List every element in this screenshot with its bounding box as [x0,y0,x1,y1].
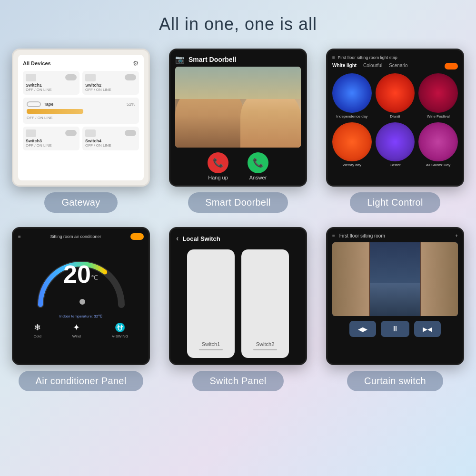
doorbell-camera-feed [175,67,301,148]
curtain-label: Curtain switch [347,371,443,391]
circle-item-4[interactable]: Victory day [332,122,372,168]
ac-label: Air conditioner Panel [19,371,144,391]
curtain-right-panel [420,242,458,316]
light-tabs: White light Colourful Scenario [332,63,458,69]
gear-icon: ⚙ [133,60,139,67]
wind-label: Wind [72,334,81,338]
doorbell-screen: 📷 Smart Doorbell 📞 Hang up 📞 [169,49,307,187]
switch-1-label: Switch1 [202,341,220,347]
circle-easter[interactable] [376,122,415,162]
switch-buttons: Switch1 Switch2 [176,249,300,358]
menu-icon-curtain: ≡ [332,233,335,238]
switch-title: Local Switch [182,235,220,242]
hangup-button[interactable]: 📞 [208,152,228,173]
ac-cold-btn[interactable]: ❄ Cold [33,322,41,338]
vswing-icon: ⛎ [115,322,125,333]
snowflake-icon: ❄ [34,322,41,333]
tape-icon [27,101,41,107]
switch-1-line [199,349,223,350]
ac-vswing-btn[interactable]: ⛎ V-SWING [112,322,129,338]
ac-controls: ❄ Cold ✦ Wind ⛎ V-SWING [18,322,144,338]
answer-label: Answer [248,175,268,180]
curtain-open-btn[interactable]: ◀▶ [349,321,376,337]
tab-scenario[interactable]: Scenario [389,63,407,69]
doorbell-label: Smart Doorbell [188,192,288,213]
product-grid: All Devices ⚙ Switch1 OFF / ON LINE Swit… [0,49,476,391]
circle-item-6[interactable]: All Saints' Day [418,122,458,168]
menu-icon: ≡ [332,55,335,60]
hangup-label: Hang up [208,175,228,180]
circle-item-1[interactable]: Independence day [332,73,372,119]
ac-gauge: 20℃ [18,243,144,319]
switch-2-label: Switch2 [256,341,275,347]
switch-header: ‹ Local Switch [176,234,300,243]
gw-device-4: Switch4 OFF / ON LINE [82,127,139,150]
gateway-title: All Devices [23,60,51,66]
curtain-left-panel [332,242,370,316]
curtain-pause-btn[interactable]: ⏸ [381,321,409,337]
curtain-controls: ◀▶ ⏸ ▶◀ [332,321,458,337]
answer-button[interactable]: 📞 [248,152,268,173]
light-title: First floor sitting room light strip [338,55,397,60]
hangup-button-area[interactable]: 📞 Hang up [208,152,228,180]
light-header: ≡ First floor sitting room light strip [332,55,458,60]
background-scene [175,67,301,99]
answer-button-area[interactable]: 📞 Answer [248,152,268,180]
circle-wine-festival[interactable] [418,73,458,113]
gateway-label: Gateway [44,192,117,213]
switch-1-button[interactable]: Switch1 [187,249,235,358]
ac-power-toggle[interactable] [130,233,144,240]
light-circles-grid: Independence day Diwali Wine Festival Vi… [332,73,458,167]
circle-independence-day[interactable] [332,73,372,113]
wind-icon: ✦ [73,322,80,333]
gw-device-1: Switch1 OFF / ON LINE [23,71,79,95]
doorbell-camera-icon: 📷 [175,55,185,64]
gateway-screen: All Devices ⚙ Switch1 OFF / ON LINE Swit… [12,49,150,187]
circle-all-saints[interactable] [418,122,458,162]
tab-colourful[interactable]: Colourful [363,63,382,69]
ac-title: Sitting room air conditioner [50,234,101,239]
svg-point-0 [79,299,85,305]
light-power-toggle[interactable] [445,63,458,69]
menu-icon-ac: ≡ [18,234,21,239]
light-label: Light Control [350,192,440,213]
circle-label-6: All Saints' Day [418,163,458,167]
page-title: All in one, one is all [159,14,317,34]
curtain-title: ≡ First floor sitting room [332,233,385,238]
ac-wind-btn[interactable]: ✦ Wind [72,322,81,338]
card-gateway: All Devices ⚙ Switch1 OFF / ON LINE Swit… [12,49,150,213]
tab-white-light[interactable]: White light [332,63,357,69]
vswing-label: V-SWING [112,334,129,338]
circle-item-3[interactable]: Wine Festival [418,73,458,119]
circle-victory-day[interactable] [332,122,372,162]
circle-diwali[interactable] [376,73,415,113]
light-screen: ≡ First floor sitting room light strip W… [326,49,464,187]
card-ac: ≡ Sitting room air conditioner [12,227,150,391]
switch-screen: ‹ Local Switch Switch1 Switch2 [169,227,307,365]
gw-tape: Tape 52% OFF / ON LINE [23,98,139,124]
curtain-close-btn[interactable]: ▶◀ [414,321,441,337]
doorbell-title: Smart Doorbell [188,56,236,63]
cold-label: Cold [33,334,41,338]
circle-item-5[interactable]: Easter [376,122,415,168]
card-light: ≡ First floor sitting room light strip W… [326,49,464,213]
switch-2-button[interactable]: Switch2 [241,249,289,358]
ac-header: ≡ Sitting room air conditioner [18,233,144,240]
switch-label: Switch Panel [192,371,283,391]
card-curtain: ≡ First floor sitting room + ◀▶ ⏸ ▶◀ [326,227,464,391]
circle-label-2: Diwali [376,114,415,119]
gw-device-2: Switch2 OFF / ON LINE [82,71,139,95]
curtain-header: ≡ First floor sitting room + [332,233,458,238]
ac-screen: ≡ Sitting room air conditioner [12,227,150,365]
back-icon[interactable]: ‹ [176,234,178,243]
circle-label-5: Easter [376,163,415,167]
gw-device-3: Switch3 OFF / ON LINE [23,127,79,150]
card-switch: ‹ Local Switch Switch1 Switch2 Switch Pa… [169,227,307,391]
circle-item-2[interactable]: Diwali [376,73,415,119]
circle-label-4: Victory day [332,163,372,167]
card-doorbell: 📷 Smart Doorbell 📞 Hang up 📞 [169,49,307,213]
add-icon[interactable]: + [455,233,458,238]
switch-2-line [253,349,277,350]
curtain-image [332,242,458,316]
curtain-screen: ≡ First floor sitting room + ◀▶ ⏸ ▶◀ [326,227,464,365]
